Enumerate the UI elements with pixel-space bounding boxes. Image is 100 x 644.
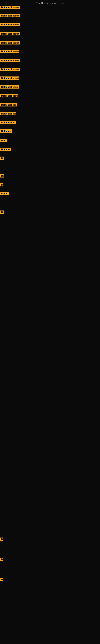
site-title: TheBottlenecker.com: [0, 0, 100, 6]
bottleneck-badge-row: Bottleneck result: [0, 59, 20, 63]
bottleneck-badge-row: Bottleneck re: [0, 121, 16, 125]
bottleneck-result-small-badge: B: [0, 578, 3, 581]
bottleneck-result-badge: Bottleneck result: [0, 41, 20, 44]
bottleneck-result-badge: Bo: [0, 174, 4, 178]
bottleneck-badge-row: Bottleneck result: [0, 76, 19, 80]
bottleneck-result-badge: Bott: [0, 139, 7, 142]
bottleneck-small-badge-row: B: [0, 538, 3, 542]
bottleneck-badge-row: Bottleneck result: [0, 41, 20, 45]
bottleneck-result-badge: Bottleneck result: [0, 6, 20, 9]
bottleneck-result-badge: Bo: [0, 210, 4, 214]
bottleneck-result-badge: Bottleneck result: [0, 14, 20, 17]
vertical-indicator-line: [1, 296, 2, 308]
bottleneck-result-badge: Bottlenec: [0, 130, 12, 132]
bottleneck-badge-row: Bo: [0, 174, 4, 178]
bottleneck-badge-row: Bottlenec: [0, 130, 12, 134]
bottleneck-result-badge: Bottleneck re: [0, 121, 16, 124]
bottleneck-small-badge-row: B: [0, 578, 3, 582]
bottleneck-badge-row: Bottleneck result: [0, 14, 20, 18]
bottleneck-badge-row: Bottleneck resul: [0, 94, 18, 98]
bottleneck-badge-row: Bottleneck res: [0, 112, 16, 116]
bottleneck-result-badge: Bottleneck result: [0, 76, 19, 80]
bottleneck-badge-row: Bottleneck result: [0, 50, 19, 54]
bottleneck-badge-row: Bottleneck resul: [0, 85, 19, 89]
bottleneck-badge-row: Bott: [0, 139, 7, 143]
bottleneck-result-badge: Bottleneck result: [0, 68, 20, 71]
bottleneck-result-badge: Bottleneck resul: [0, 85, 19, 88]
vertical-indicator-line: [1, 568, 2, 578]
bottleneck-badge-row: Bottleneck result: [0, 68, 20, 72]
vertical-indicator-line: [1, 588, 2, 598]
bottleneck-result-badge: Bottleneck resul: [0, 94, 18, 98]
bottleneck-badge-row: Bottleneck result: [0, 6, 20, 10]
bottleneck-badge-row: Bottleneck result: [0, 32, 20, 36]
bottleneck-result-badge: Bottleneck result: [0, 59, 20, 62]
bottleneck-badge-row: Bo: [0, 210, 4, 214]
bottleneck-result-badge: Bottleneck result: [0, 23, 20, 26]
bottleneck-result-badge: Bottleneck res: [0, 112, 16, 115]
bottleneck-result-small-badge: B: [0, 558, 3, 561]
bottleneck-result-badge: Bottleneck res: [0, 103, 17, 106]
bottleneck-result-badge: Bottleneck result: [0, 32, 20, 36]
bottleneck-result-badge: Bo: [0, 156, 4, 160]
bottleneck-result-badge: B: [0, 183, 3, 186]
bottleneck-badge-row: B: [0, 183, 3, 187]
bottleneck-badge-row: Bottleneck result: [0, 23, 20, 27]
bottleneck-badge-row: Bottleneck res: [0, 103, 17, 107]
bottleneck-result-badge: Bottle: [0, 192, 9, 195]
bottleneck-badge-row: Bottle: [0, 192, 9, 196]
bottleneck-badge-row: Bottlene: [0, 148, 11, 152]
bottleneck-result-badge: Bottlene: [0, 148, 11, 151]
bottleneck-result-badge: Bottleneck result: [0, 50, 19, 53]
bottleneck-small-badge-row: B: [0, 558, 3, 562]
bottleneck-badge-row: Bo: [0, 156, 4, 160]
bottleneck-result-small-badge: B: [0, 538, 3, 541]
vertical-indicator-line: [1, 332, 2, 344]
